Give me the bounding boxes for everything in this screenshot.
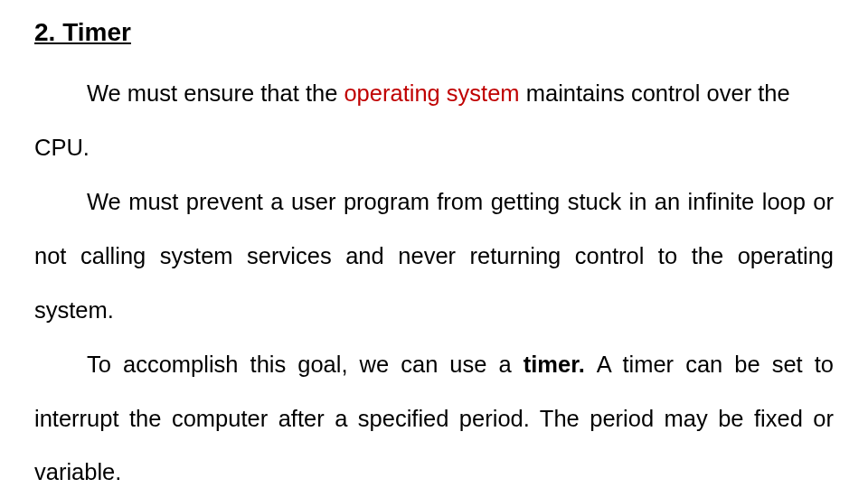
- paragraph-1: We must ensure that the operating system…: [34, 67, 834, 175]
- p3-lead: To accomplish this goal, we can use a: [87, 352, 524, 377]
- paragraph-2: We must prevent a user program from gett…: [34, 175, 834, 338]
- p1-lead: We must ensure that the: [87, 80, 344, 106]
- section-heading: 2. Timer: [34, 18, 834, 47]
- p1-keyword: operating system: [344, 80, 525, 106]
- slide: 2. Timer We must ensure that the operati…: [0, 0, 868, 488]
- p3-keyword: timer.: [524, 352, 597, 377]
- paragraph-3: To accomplish this goal, we can use a ti…: [34, 338, 834, 488]
